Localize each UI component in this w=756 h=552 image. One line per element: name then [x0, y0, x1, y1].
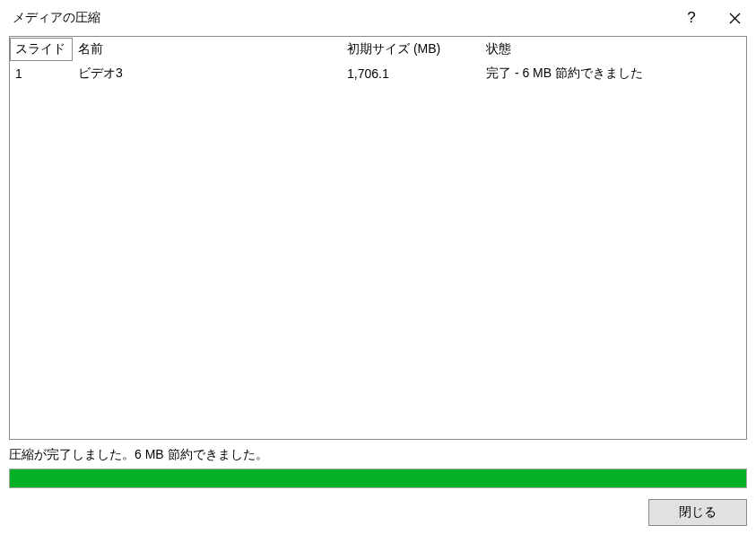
status-text: 圧縮が完了しました。6 MB 節約できました。 — [9, 447, 747, 463]
window-title: メディアの圧縮 — [13, 10, 670, 26]
content-area: スライド 名前 初期サイズ (MB) 状態 1 ビデオ3 1,706.1 完了 … — [0, 36, 756, 440]
table-header-row: スライド 名前 初期サイズ (MB) 状態 — [10, 37, 746, 62]
media-table: スライド 名前 初期サイズ (MB) 状態 1 ビデオ3 1,706.1 完了 … — [9, 36, 747, 440]
cell-state: 完了 - 6 MB 節約できました — [481, 62, 746, 85]
close-dialog-button[interactable]: 閉じる — [648, 499, 747, 526]
close-button[interactable] — [713, 0, 756, 36]
close-icon — [729, 13, 741, 24]
button-row: 閉じる — [9, 499, 747, 526]
progress-bar — [9, 469, 747, 488]
help-button[interactable]: ? — [670, 0, 713, 36]
col-header-size[interactable]: 初期サイズ (MB) — [342, 38, 481, 61]
col-header-slide[interactable]: スライド — [10, 38, 73, 61]
cell-slide: 1 — [10, 63, 73, 84]
footer-area: 圧縮が完了しました。6 MB 節約できました。 閉じる — [0, 440, 756, 526]
help-icon: ? — [687, 9, 695, 27]
cell-size: 1,706.1 — [342, 63, 481, 84]
progress-fill — [10, 469, 746, 487]
cell-name: ビデオ3 — [73, 62, 342, 85]
titlebar: メディアの圧縮 ? — [0, 0, 756, 36]
table-row[interactable]: 1 ビデオ3 1,706.1 完了 - 6 MB 節約できました — [10, 62, 746, 85]
col-header-state[interactable]: 状態 — [481, 38, 746, 61]
col-header-name[interactable]: 名前 — [73, 38, 342, 61]
